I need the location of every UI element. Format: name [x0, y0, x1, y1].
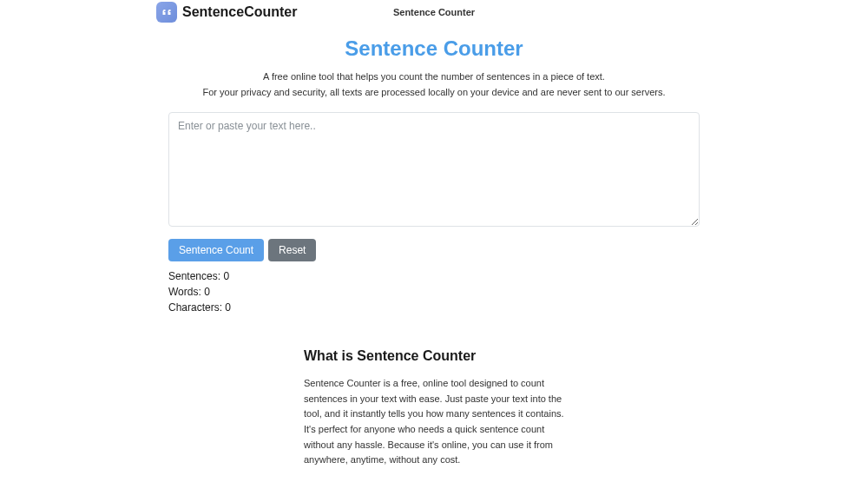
stats-block: Sentences: 0 Words: 0 Characters: 0 [168, 268, 700, 315]
sentence-count-button[interactable]: Sentence Count [168, 239, 264, 261]
nav-link-sentence-counter[interactable]: Sentence Counter [393, 7, 475, 17]
page-title: Sentence Counter [0, 36, 868, 61]
stat-words: Words: 0 [168, 284, 700, 300]
reset-button[interactable]: Reset [268, 239, 316, 261]
header: SentenceCounter Sentence Counter [0, 0, 868, 24]
text-input[interactable] [168, 112, 700, 227]
paragraph-what-is: Sentence Counter is a free, online tool … [304, 376, 564, 468]
logo-text: SentenceCounter [182, 4, 297, 20]
subtitle-line-2: For your privacy and security, all texts… [0, 85, 868, 101]
button-row: Sentence Count Reset [168, 239, 700, 261]
logo[interactable]: SentenceCounter [156, 2, 297, 23]
stat-sentences: Sentences: 0 [168, 268, 700, 284]
subtitle-line-1: A free online tool that helps you count … [0, 69, 868, 85]
heading-what-is: What is Sentence Counter [304, 348, 564, 364]
article-content: What is Sentence Counter Sentence Counte… [304, 348, 564, 489]
quote-icon [156, 2, 177, 23]
tool-container: Sentence Count Reset Sentences: 0 Words:… [165, 100, 703, 315]
page-subtitle: A free online tool that helps you count … [0, 69, 868, 100]
stat-characters: Characters: 0 [168, 300, 700, 315]
